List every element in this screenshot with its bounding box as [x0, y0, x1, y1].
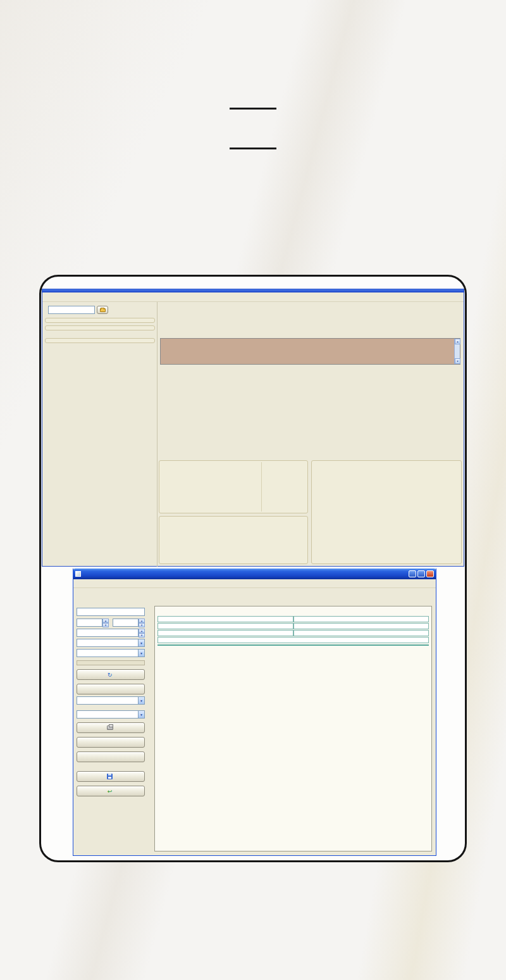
export-word-button[interactable] — [77, 737, 145, 748]
measurement-window: ▲ ▼ — [42, 289, 464, 567]
minimize-button[interactable] — [409, 570, 416, 577]
chevron-down-icon[interactable]: ▼ — [138, 711, 144, 718]
start-count-input[interactable] — [77, 619, 102, 627]
window2-titlebar[interactable] — [73, 569, 436, 579]
test-results-group — [45, 338, 155, 343]
printer-icon — [107, 726, 113, 730]
spin-up-icon[interactable]: ▲ — [139, 629, 145, 633]
back-arrow-icon: ↩ — [108, 788, 113, 795]
end-count-stepper[interactable]: ▲▼ — [113, 619, 145, 627]
report-title — [157, 608, 429, 616]
cpk-button[interactable] — [77, 684, 145, 694]
close-button[interactable] — [426, 570, 434, 577]
sensor-and-status-box — [159, 460, 308, 513]
interval-input[interactable] — [77, 629, 139, 637]
report-window: ▲▼ ▲▼ ▲▼ ▼ — [73, 569, 436, 856]
device-frame: ▲ ▼ — [39, 275, 467, 862]
xyz-status — [261, 462, 305, 512]
browse-recipe-button[interactable] — [97, 306, 108, 314]
scroll-up-icon[interactable]: ▲ — [455, 339, 460, 344]
sensor-settings — [161, 462, 261, 512]
channel-panel — [77, 660, 145, 665]
back-button[interactable]: ↩ — [77, 786, 145, 796]
page: ▲ ▼ — [0, 0, 506, 980]
hero-section — [0, 0, 506, 149]
report-table — [157, 644, 429, 646]
tabs-row — [159, 322, 462, 330]
axis-position-boxes — [159, 380, 462, 458]
spin-down-icon[interactable]: ▼ — [139, 633, 145, 638]
print-button[interactable] — [77, 722, 145, 733]
xy-move-box — [311, 460, 462, 564]
customer-name-field[interactable] — [293, 616, 429, 622]
chevron-down-icon[interactable]: ▼ — [138, 650, 144, 656]
chevron-down-icon[interactable]: ▼ — [138, 697, 144, 704]
divider — [230, 148, 276, 149]
save-icon — [107, 774, 113, 779]
z-move-box — [159, 516, 308, 564]
refresh-icon: ↻ — [108, 672, 113, 678]
samples-field[interactable] — [293, 623, 429, 629]
main-panel: ▲ ▼ — [159, 302, 462, 565]
cpk-select[interactable]: ▼ — [77, 696, 145, 705]
scrollbar[interactable]: ▲ ▼ — [454, 339, 460, 364]
tare-settings-group — [45, 325, 155, 330]
brand-watermark — [25, 781, 27, 782]
export-excel-button[interactable] — [77, 751, 145, 762]
recipe-input[interactable] — [48, 306, 95, 314]
test-date-field[interactable] — [293, 630, 429, 636]
spin-up-icon[interactable]: ▲ — [139, 619, 145, 623]
window2-menubar — [73, 579, 436, 588]
refresh-data-button[interactable]: ↻ — [77, 669, 145, 680]
spin-down-icon[interactable]: ▼ — [102, 623, 109, 627]
chevron-down-icon[interactable]: ▼ — [138, 639, 144, 646]
app-icon — [75, 571, 81, 577]
report-sidebar: ▲▼ ▲▼ ▲▼ ▼ — [77, 606, 150, 852]
divider — [230, 108, 276, 110]
interval-stepper[interactable]: ▲▼ — [77, 629, 150, 637]
window2-body: ▲▼ ▲▼ ▲▼ ▼ — [73, 605, 436, 855]
end-count-input[interactable] — [113, 619, 139, 627]
scroll-down-icon[interactable]: ▼ — [455, 358, 460, 364]
bottom-row — [159, 460, 462, 564]
save-settings-button[interactable] — [77, 771, 145, 782]
folder-icon — [100, 308, 106, 312]
product-name-field[interactable] — [157, 616, 293, 622]
spin-up-icon[interactable]: ▲ — [102, 619, 109, 623]
report-description — [157, 637, 429, 643]
readouts-row — [160, 303, 462, 320]
window1-menubar — [42, 292, 464, 302]
axis-origin-leds — [159, 367, 462, 380]
load-sensor-select[interactable]: ▼ — [77, 649, 145, 657]
divider — [157, 302, 157, 567]
test-result-select[interactable]: ▼ — [77, 639, 145, 647]
report-page-title — [73, 588, 436, 605]
report-area — [154, 606, 432, 851]
spin-down-icon[interactable]: ▼ — [139, 623, 145, 627]
sysinfo-textarea[interactable]: ▲ ▼ — [160, 338, 460, 365]
settings-panel — [44, 303, 156, 565]
maximize-button[interactable] — [417, 570, 425, 577]
brand-watermark — [25, 344, 27, 346]
operator-field[interactable] — [157, 630, 293, 636]
window1-body: ▲ ▼ — [42, 302, 464, 567]
lot-no-field[interactable] — [157, 623, 293, 629]
current-count-input[interactable] — [77, 608, 145, 616]
start-count-stepper[interactable]: ▲▼ — [77, 619, 109, 627]
printer-select[interactable]: ▼ — [77, 710, 145, 719]
measurement-settings-group — [45, 318, 155, 323]
